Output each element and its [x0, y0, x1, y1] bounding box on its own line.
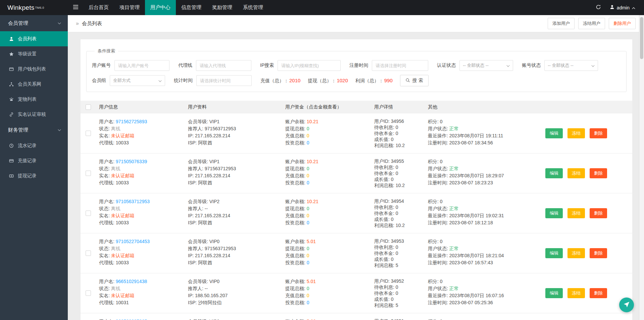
- table-body: 用户名: 971562725893 状态: 离线 实名: 未认证邮箱 代理线: …: [81, 113, 632, 320]
- recharge-total-label: 充值（总）：: [260, 78, 289, 84]
- balance-value[interactable]: 10.21: [307, 119, 318, 124]
- agent-line-input[interactable]: [196, 60, 251, 71]
- sidebar-item-level-settings[interactable]: 等级设置: [0, 46, 68, 61]
- auth-status-value: -- 全部状态 --: [463, 62, 489, 68]
- user-id-value: 34951: [391, 318, 404, 320]
- balance-value[interactable]: 5.00: [307, 319, 316, 320]
- withdraw-total-value[interactable]: 0: [307, 286, 309, 291]
- auth-status-select[interactable]: -- 全部状态 --: [459, 60, 513, 71]
- balance-label: 账户余额:: [285, 119, 307, 124]
- agent-line-label: 代理线: [178, 62, 192, 68]
- withdraw-total-label: 提现总额:: [285, 206, 307, 211]
- balance-value[interactable]: 5.01: [307, 279, 316, 284]
- delete-button[interactable]: 删除: [590, 208, 607, 218]
- user-id-value: 34953: [391, 238, 404, 244]
- invest-total-value[interactable]: 0: [307, 140, 309, 145]
- points-value: 0: [440, 159, 443, 164]
- member-group-select[interactable]: 全部方式: [110, 75, 165, 86]
- invest-total-value[interactable]: 0: [307, 260, 309, 265]
- delete-user-button[interactable]: 删除用户: [609, 18, 636, 29]
- search-icon: [405, 78, 410, 84]
- balance-value[interactable]: 10.21: [307, 159, 318, 164]
- sidebar-item-wallet-list[interactable]: 用户钱包列表: [0, 61, 68, 77]
- agent-line-label: 代理线:: [99, 180, 116, 185]
- freeze-button[interactable]: 冻结: [567, 208, 585, 218]
- freeze-user-button[interactable]: 冻结用户: [578, 18, 605, 29]
- username-link[interactable]: 971505076339: [116, 159, 147, 164]
- sidebar-item-realname-audit[interactable]: 实名认证审核: [0, 107, 68, 122]
- balance-value[interactable]: 5.01: [307, 239, 316, 244]
- recharge-total-value[interactable]: 0: [307, 213, 309, 218]
- chevron-down-icon: [158, 78, 162, 83]
- sidebar-item-flow-records[interactable]: 流水记录: [0, 138, 68, 153]
- add-user-button[interactable]: 添加用户: [548, 18, 575, 29]
- account-status-select[interactable]: -- 全部状态 --: [544, 60, 598, 71]
- scrollbar[interactable]: [639, 15, 644, 320]
- stat-time-input[interactable]: [196, 75, 252, 86]
- delete-button[interactable]: 删除: [590, 288, 607, 298]
- invest-total-value[interactable]: 0: [307, 300, 309, 305]
- delete-button[interactable]: 删除: [590, 248, 607, 258]
- row-checkbox[interactable]: [86, 211, 91, 216]
- nav-item-projects[interactable]: 项目管理: [114, 0, 145, 15]
- freeze-button[interactable]: 冻结: [567, 288, 585, 298]
- sidebar: 会员管理 会员列表 等级设置 用户钱包列表 会员关系网 宠物列表 实名认证审核 …: [0, 15, 68, 320]
- sidebar-group-member[interactable]: 会员管理: [0, 15, 68, 31]
- withdraw-total-value[interactable]: 0: [307, 246, 309, 251]
- edit-button[interactable]: 编辑: [545, 168, 563, 178]
- recharge-total-value[interactable]: 0: [307, 173, 309, 178]
- sidebar-item-recharge-records[interactable]: 充值记录: [0, 153, 68, 168]
- username-link[interactable]: 966510291438: [116, 279, 147, 284]
- nav-item-system[interactable]: 系统管理: [238, 0, 268, 15]
- register-time-input[interactable]: [372, 60, 428, 71]
- account-input[interactable]: [114, 60, 169, 71]
- sidebar-item-pet-list[interactable]: 宠物列表: [0, 92, 68, 107]
- row-checkbox[interactable]: [86, 131, 91, 136]
- sidebar-group-finance[interactable]: 财务管理: [0, 122, 68, 138]
- nav-item-info[interactable]: 信息管理: [176, 0, 207, 15]
- edit-button[interactable]: 编辑: [545, 208, 563, 218]
- username-link[interactable]: 9710563712953: [116, 199, 150, 204]
- nav-item-user-center[interactable]: 用户中心: [145, 0, 176, 15]
- username-link[interactable]: 971562725893: [116, 119, 147, 124]
- freeze-button[interactable]: 冻结: [567, 168, 585, 178]
- row-checkbox[interactable]: [86, 171, 91, 176]
- balance-value[interactable]: 10.21: [307, 199, 318, 204]
- status-label: 状态:: [99, 166, 111, 171]
- nav-item-home[interactable]: 后台首页: [83, 0, 114, 15]
- search-button[interactable]: 搜 索: [400, 75, 429, 86]
- refresh-icon[interactable]: [596, 4, 601, 11]
- nav-item-rewards[interactable]: 奖励管理: [207, 0, 238, 15]
- hamburger-icon[interactable]: [68, 0, 83, 15]
- freeze-button[interactable]: 冻结: [567, 248, 585, 258]
- sidebar-item-withdraw-records[interactable]: 提现记录: [0, 168, 68, 183]
- edit-button[interactable]: 编辑: [545, 128, 563, 138]
- person-icon: [610, 5, 614, 10]
- select-all-checkbox[interactable]: [86, 104, 91, 110]
- account-status-value: -- 全部状态 --: [548, 62, 574, 68]
- invest-total-value[interactable]: 0: [307, 180, 309, 185]
- header-user-details: 用户详情: [374, 104, 428, 110]
- edit-button[interactable]: 编辑: [545, 288, 563, 298]
- scrollbar-thumb[interactable]: [640, 17, 643, 59]
- withdraw-total-value[interactable]: 0: [307, 206, 309, 211]
- sidebar-item-relation-net[interactable]: 会员关系网: [0, 77, 68, 92]
- recharge-total-value[interactable]: 0: [307, 133, 309, 138]
- invest-total-value[interactable]: 0: [307, 220, 309, 225]
- withdraw-total-value[interactable]: 0: [307, 166, 309, 171]
- recharge-total-value[interactable]: 0: [307, 293, 309, 298]
- sidebar-item-member-list[interactable]: 会员列表: [0, 31, 68, 46]
- admin-menu[interactable]: admin: [610, 5, 635, 10]
- edit-button[interactable]: 编辑: [545, 248, 563, 258]
- username-link[interactable]: 9710522704453: [116, 239, 150, 244]
- ip-search-input[interactable]: [278, 60, 341, 71]
- delete-button[interactable]: 删除: [590, 168, 607, 178]
- chat-fab-button[interactable]: [619, 298, 634, 312]
- delete-button[interactable]: 删除: [590, 128, 607, 138]
- row-checkbox[interactable]: [86, 290, 91, 296]
- row-checkbox[interactable]: [86, 250, 91, 256]
- freeze-button[interactable]: 冻结: [567, 128, 585, 138]
- withdraw-total-value[interactable]: 0: [307, 126, 309, 131]
- username-link[interactable]: 966582027865: [116, 319, 147, 320]
- recharge-total-value[interactable]: 0: [307, 253, 309, 258]
